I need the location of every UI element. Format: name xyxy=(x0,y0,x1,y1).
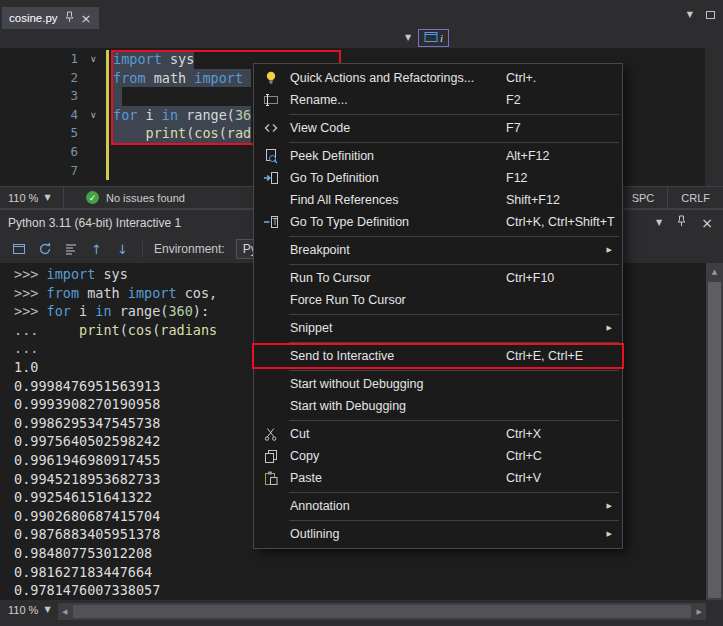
menu-item-shortcut: Ctrl+X xyxy=(506,427,541,441)
menu-separator xyxy=(289,370,619,371)
menu-item-label: Annotation xyxy=(290,499,350,513)
code-segment: from xyxy=(113,70,146,86)
menu-item-copy[interactable]: CopyCtrl+C xyxy=(254,445,622,467)
environment-label: Environment: xyxy=(154,242,225,256)
menu-item-label: Rename... xyxy=(290,93,348,107)
history-previous-icon[interactable]: ↑ xyxy=(88,241,105,258)
menu-item-label: Paste xyxy=(290,471,322,485)
code-segment: ( xyxy=(120,322,128,338)
menu-icon-placeholder xyxy=(262,270,280,286)
menu-item-outlining[interactable]: Outlining▶ xyxy=(254,523,622,545)
menu-item-shortcut: F2 xyxy=(506,93,521,107)
restart-icon[interactable] xyxy=(36,241,53,258)
vertical-scrollbar[interactable]: ▲ xyxy=(706,263,723,600)
code-segment: 0.9945218953682733 xyxy=(14,471,160,487)
window-position-chevron-icon[interactable]: ▼ xyxy=(656,219,662,227)
interactive-window-icon xyxy=(424,29,438,47)
interactive-window-letter: i xyxy=(440,33,443,44)
code-segment: import xyxy=(47,266,96,282)
menu-item-paste[interactable]: PasteCtrl+V xyxy=(254,467,622,489)
menu-item-go-to-definition[interactable]: Go To DefinitionF12 xyxy=(254,167,622,189)
code-segment: import xyxy=(128,285,177,301)
code-segment: from xyxy=(47,285,80,301)
submenu-arrow-icon: ▶ xyxy=(607,246,612,254)
menu-item-quick-actions-and-refactorings[interactable]: Quick Actions and Refactorings...Ctrl+. xyxy=(254,67,622,89)
code-segment: import xyxy=(113,51,162,67)
scrollbar-thumb[interactable] xyxy=(708,282,721,598)
close-icon[interactable]: × xyxy=(81,12,92,25)
menu-item-label: View Code xyxy=(290,121,350,135)
menu-item-start-with-debugging[interactable]: Start with Debugging xyxy=(254,395,622,417)
menu-item-start-without-debugging[interactable]: Start without Debugging xyxy=(254,373,622,395)
code-segment: in xyxy=(95,303,111,319)
menu-icon-placeholder xyxy=(262,498,280,514)
menu-separator xyxy=(289,314,619,315)
menu-item-send-to-interactive[interactable]: Send to InteractiveCtrl+E, Ctrl+E xyxy=(254,345,622,367)
horizontal-scrollbar[interactable]: ◀ ▶ xyxy=(58,603,706,620)
code-segment: 1.0 xyxy=(14,359,38,375)
code-segment: 0.9993908270190958 xyxy=(14,396,160,412)
menu-item-force-run-to-cursor[interactable]: Force Run To Cursor xyxy=(254,289,622,311)
code-segment: 0.9961946980917455 xyxy=(14,452,160,468)
history-next-icon[interactable]: ↓ xyxy=(114,241,131,258)
code-segment: rad xyxy=(227,125,251,141)
code-segment: ... xyxy=(14,322,47,338)
line-number: 6 xyxy=(38,143,78,162)
menu-item-shortcut: Ctrl+V xyxy=(506,471,541,485)
go-to-definition-icon xyxy=(262,170,280,186)
code-segment xyxy=(113,125,146,141)
menu-item-cut[interactable]: CutCtrl+X xyxy=(254,423,622,445)
interactive-zoom-control[interactable]: 110 % ▼ xyxy=(8,604,51,616)
scroll-up-icon[interactable]: ▲ xyxy=(706,268,723,276)
code-segment: ): xyxy=(193,303,209,319)
interactive-bottom-bar: 110 % ▼ ◀ ▶ xyxy=(0,600,723,626)
console-line: 0.9781476007338057 xyxy=(14,581,706,600)
menu-item-find-all-references[interactable]: Find All ReferencesShift+F12 xyxy=(254,189,622,211)
toolbar-chevron-down-icon[interactable]: ▼ xyxy=(405,34,411,42)
menu-item-peek-definition[interactable]: Peek DefinitionAlt+F12 xyxy=(254,145,622,167)
menu-item-snippet[interactable]: Snippet▶ xyxy=(254,317,622,339)
tab-title: cosine.py xyxy=(9,12,58,24)
window-list-icon[interactable] xyxy=(706,11,715,19)
code-text: for i in range(36 xyxy=(113,106,251,125)
menu-item-go-to-type-definition[interactable]: TGo To Type DefinitionCtrl+K, Ctrl+Shift… xyxy=(254,211,622,233)
menu-item-rename[interactable]: Rename...F2 xyxy=(254,89,622,111)
line-ending-indicator[interactable]: CRLF xyxy=(667,187,723,208)
menu-item-run-to-cursor[interactable]: Run To CursorCtrl+F10 xyxy=(254,267,622,289)
check-icon: ✓ xyxy=(86,191,99,204)
reset-window-icon[interactable] xyxy=(10,241,27,258)
zoom-chevron-down-icon: ▼ xyxy=(44,606,50,614)
menu-item-annotation[interactable]: Annotation▶ xyxy=(254,495,622,517)
indent-mode-indicator[interactable]: SPC xyxy=(618,187,668,208)
editor-zoom-control[interactable]: 110 % ▼ xyxy=(0,187,64,208)
menu-item-breakpoint[interactable]: Breakpoint▶ xyxy=(254,239,622,261)
document-well-controls: ▼ xyxy=(687,11,715,19)
close-icon[interactable]: × xyxy=(701,216,713,230)
line-number: 7 xyxy=(38,162,78,181)
menu-item-label: Find All References xyxy=(290,193,398,207)
menu-separator xyxy=(289,342,619,343)
pin-icon[interactable] xyxy=(676,215,687,230)
code-text: from math import xyxy=(113,69,251,88)
chevron-down-icon[interactable]: ▼ xyxy=(687,11,693,19)
code-text xyxy=(113,87,122,106)
menu-item-shortcut: Ctrl+E, Ctrl+E xyxy=(506,349,583,363)
editor-scrollbar-strip[interactable] xyxy=(705,48,723,186)
console-line: 0.981627183447664 xyxy=(14,563,706,582)
scroll-right-icon[interactable]: ▶ xyxy=(697,608,702,616)
menu-item-label: Breakpoint xyxy=(290,243,350,257)
scroll-left-icon[interactable]: ◀ xyxy=(62,608,67,616)
tab-cosine-py[interactable]: cosine.py × xyxy=(2,7,99,29)
fold-chevron-icon[interactable]: ∨ xyxy=(90,106,97,125)
scrollbar-thumb[interactable] xyxy=(73,605,691,618)
fold-chevron-icon[interactable]: ∨ xyxy=(90,50,97,69)
clear-screen-icon[interactable] xyxy=(62,241,79,258)
pin-icon[interactable] xyxy=(64,11,75,25)
code-segment: cos xyxy=(128,322,152,338)
code-segment: 0.9998476951563913 xyxy=(14,378,160,394)
interactive-window-button[interactable]: i xyxy=(418,29,449,47)
issues-text: No issues found xyxy=(106,192,185,204)
menu-separator xyxy=(289,142,619,143)
menu-item-view-code[interactable]: View CodeF7 xyxy=(254,117,622,139)
code-segment: 0.9781476007338057 xyxy=(14,582,160,598)
